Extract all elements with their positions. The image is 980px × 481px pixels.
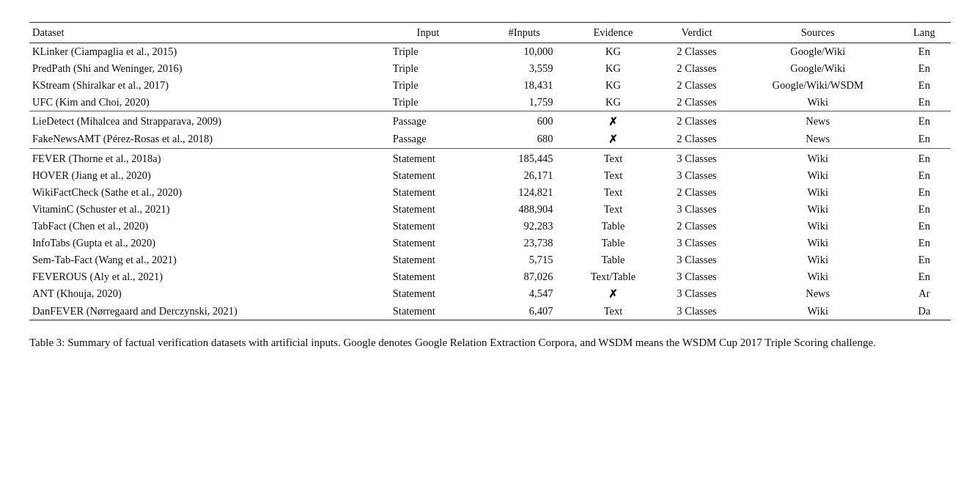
table-cell: 3 Classes <box>658 303 737 320</box>
table-cell: Text <box>570 149 658 168</box>
table-cell: 2 Classes <box>658 131 737 149</box>
table-cell: 10,000 <box>481 43 570 61</box>
table-cell: Wiki <box>738 303 901 320</box>
table-cell: Triple <box>378 60 481 77</box>
table-cell: News <box>738 285 901 303</box>
table-cell: DanFEVER (Nørregaard and Derczynski, 202… <box>29 303 378 320</box>
table-cell: 3 Classes <box>658 285 737 303</box>
table-cell: En <box>901 43 951 61</box>
table-row: VitaminC (Schuster et al., 2021)Statemen… <box>29 201 951 218</box>
table-cell: Passage <box>378 131 481 149</box>
table-cell: 2 Classes <box>658 218 737 235</box>
table-cell: En <box>901 94 951 111</box>
table-cell: Statement <box>378 184 481 201</box>
table-cell: Wiki <box>738 268 901 285</box>
table-cell: Ar <box>901 285 951 303</box>
col-evidence: Evidence <box>570 23 658 43</box>
table-cell: Google/Wiki <box>738 60 901 77</box>
table-row: FakeNewsAMT (Pérez-Rosas et al., 2018)Pa… <box>29 131 951 149</box>
table-cell: 124,821 <box>481 184 570 201</box>
table-cell: KG <box>570 94 658 111</box>
table-cell: Statement <box>378 303 481 320</box>
table-cell: FakeNewsAMT (Pérez-Rosas et al., 2018) <box>29 131 378 149</box>
table-cell: Wiki <box>738 94 901 111</box>
table-cell: PredPath (Shi and Weninger, 2016) <box>29 60 378 77</box>
table-cell: Statement <box>378 167 481 184</box>
col-verdict: Verdict <box>658 23 737 43</box>
table-cell: UFC (Kim and Choi, 2020) <box>29 94 378 111</box>
table-cell: 3,559 <box>481 60 570 77</box>
table-cell: Statement <box>378 251 481 268</box>
table-cell: FEVEROUS (Aly et al., 2021) <box>29 268 378 285</box>
table-cell: 3 Classes <box>658 149 737 168</box>
table-row: Sem-Tab-Fact (Wang et al., 2021)Statemen… <box>29 251 951 268</box>
table-row: HOVER (Jiang et al., 2020)Statement26,17… <box>29 167 951 184</box>
table-cell: 4,547 <box>481 285 570 303</box>
table-cell: 18,431 <box>481 77 570 94</box>
table-row: ANT (Khouja, 2020)Statement4,547✗3 Class… <box>29 285 951 303</box>
table-cell: 600 <box>481 111 570 131</box>
table-cell: En <box>901 149 951 168</box>
table-cell: 2 Classes <box>658 94 737 111</box>
table-cell: 3 Classes <box>658 201 737 218</box>
table-cell: Wiki <box>738 184 901 201</box>
table-cell: TabFact (Chen et al., 2020) <box>29 218 378 235</box>
table-cell: FEVER (Thorne et al., 2018a) <box>29 149 378 168</box>
table-cell: En <box>901 235 951 251</box>
table-cell: En <box>901 218 951 235</box>
table-row: KStream (Shiralkar et al., 2017)Triple18… <box>29 77 951 94</box>
table-cell: Statement <box>378 268 481 285</box>
table-cell: News <box>738 131 901 149</box>
table-cell: HOVER (Jiang et al., 2020) <box>29 167 378 184</box>
table-cell: 3 Classes <box>658 268 737 285</box>
table-cell: Text/Table <box>570 268 658 285</box>
table-cell: Table <box>570 218 658 235</box>
table-cell: 2 Classes <box>658 60 737 77</box>
table-cell: 3 Classes <box>658 251 737 268</box>
table-cell: 2 Classes <box>658 184 737 201</box>
table-cell: ✗ <box>570 285 658 303</box>
table-cell: 2 Classes <box>658 111 737 131</box>
table-cell: En <box>901 201 951 218</box>
table-cell: 680 <box>481 131 570 149</box>
table-cell: 5,715 <box>481 251 570 268</box>
table-cell: KG <box>570 77 658 94</box>
table-cell: ✗ <box>570 111 658 131</box>
table-cell: Triple <box>378 77 481 94</box>
table-cell: Text <box>570 303 658 320</box>
table-cell: En <box>901 167 951 184</box>
table-cell: KG <box>570 60 658 77</box>
col-lang: Lang <box>901 23 951 43</box>
table-caption: Table 3: Summary of factual verification… <box>29 334 951 351</box>
table-cell: Text <box>570 167 658 184</box>
table-cell: Table <box>570 251 658 268</box>
table-cell: Wiki <box>738 251 901 268</box>
datasets-table: Dataset Input #Inputs Evidence Verdict S… <box>29 22 951 320</box>
table-cell: KStream (Shiralkar et al., 2017) <box>29 77 378 94</box>
table-container: Dataset Input #Inputs Evidence Verdict S… <box>29 22 951 320</box>
table-cell: En <box>901 60 951 77</box>
table-row: TabFact (Chen et al., 2020)Statement92,2… <box>29 218 951 235</box>
table-cell: 3 Classes <box>658 167 737 184</box>
table-cell: Da <box>901 303 951 320</box>
table-cell: Wiki <box>738 149 901 168</box>
table-cell: 26,171 <box>481 167 570 184</box>
table-cell: Wiki <box>738 201 901 218</box>
table-cell: Wiki <box>738 218 901 235</box>
table-cell: WikiFactCheck (Sathe et al., 2020) <box>29 184 378 201</box>
table-cell: En <box>901 77 951 94</box>
table-cell: 6,407 <box>481 303 570 320</box>
table-row: WikiFactCheck (Sathe et al., 2020)Statem… <box>29 184 951 201</box>
table-row: InfoTabs (Gupta et al., 2020)Statement23… <box>29 235 951 251</box>
table-cell: KG <box>570 43 658 61</box>
table-cell: 185,445 <box>481 149 570 168</box>
table-row: PredPath (Shi and Weninger, 2016)Triple3… <box>29 60 951 77</box>
table-cell: Google/Wiki/WSDM <box>738 77 901 94</box>
table-cell: InfoTabs (Gupta et al., 2020) <box>29 235 378 251</box>
table-cell: 92,283 <box>481 218 570 235</box>
table-cell: VitaminC (Schuster et al., 2021) <box>29 201 378 218</box>
table-cell: En <box>901 184 951 201</box>
table-cell: 87,026 <box>481 268 570 285</box>
table-cell: Text <box>570 184 658 201</box>
table-cell: Table <box>570 235 658 251</box>
